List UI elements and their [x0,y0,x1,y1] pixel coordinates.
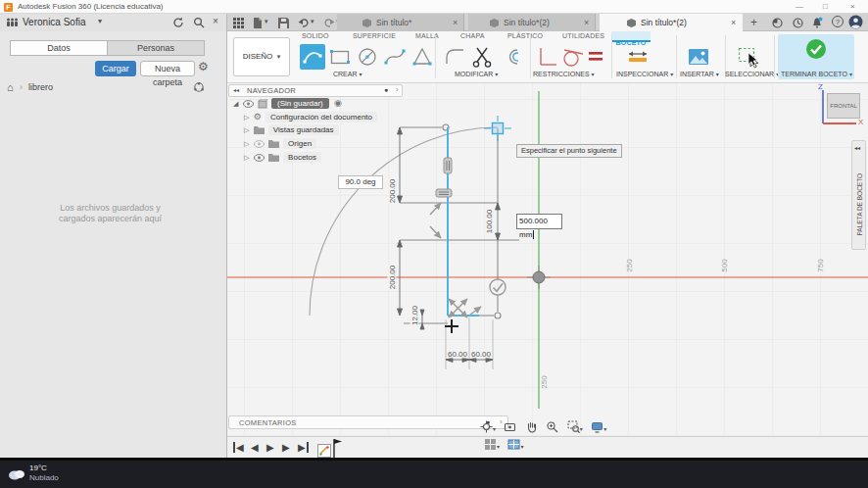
navigator-header[interactable]: ◂◂ NAVEGADOR ● › [228,84,403,97]
section-seleccionar[interactable]: SELECCIONAR ▾ [725,71,779,77]
item-label[interactable]: Vistas guardadas [268,124,339,135]
user-menu[interactable]: Veronica Sofia [23,17,86,27]
navigator-item-bocetos[interactable]: ▷ Bocetos [244,153,321,166]
clock-icon[interactable] [793,18,803,28]
timeline-skip-start-button[interactable]: ◀ [233,438,244,458]
notifications-bell-icon[interactable] [811,17,823,28]
spline-tool[interactable] [382,44,408,70]
look-at-icon[interactable] [504,420,516,433]
gear-icon[interactable]: ⚙ [198,60,209,73]
doc-tab-label[interactable]: Sin título*(2) [641,14,687,31]
save-icon[interactable] [278,18,289,28]
home-icon[interactable]: ⌂ [7,81,14,93]
new-folder-button[interactable]: Nueva carpeta [140,61,195,76]
weather-condition[interactable]: Nublado [29,473,59,482]
dimension-12[interactable]: 12.00 [410,305,419,326]
panel-options-icon[interactable]: ● [384,86,388,93]
dimension-60-left[interactable]: 60.00 [447,350,468,359]
angle-dimension-label[interactable]: 90.0 deg [338,175,383,189]
doc-tab-3-active[interactable]: Sin título*(2) × [600,14,743,31]
close-panel-icon[interactable]: × [213,16,218,26]
view-cube[interactable]: Z FRONTAL X [813,82,864,127]
doc-tab-2[interactable]: Sin título*(2) × [468,14,596,31]
polygon-tool[interactable] [410,44,435,70]
activate-radio-icon[interactable]: ◉ [334,98,342,108]
undo-caret-icon[interactable]: ▾ [311,18,314,25]
app-grid-icon[interactable] [233,18,244,28]
finish-sketch-button[interactable]: TERMINAR BOCETO ▾ [778,34,854,79]
new-tab-button[interactable]: + [750,14,757,31]
timeline-play-button[interactable]: ▶ [266,438,274,458]
doc-tab-label[interactable]: Sin título* [376,14,411,31]
sketch-palette-collapsed[interactable]: ◂◂ PALETA DE BOCETO [851,140,866,250]
navigator-root-row[interactable]: ◢ (Sin guardar) ◉ [233,98,342,111]
offset-tool[interactable] [498,44,523,70]
ribbon-tab-utilidades[interactable]: UTILIDADES [562,32,604,39]
weather-temp[interactable]: 19°C [29,464,47,472]
circle-tool[interactable] [355,44,380,70]
rectangle-tool[interactable] [327,44,353,70]
comments-bar[interactable]: COMENTARIOS ● › [228,415,508,429]
section-restricciones[interactable]: RESTRICCIONES ▾ [533,71,595,77]
maximize-button[interactable]: □ [823,0,828,14]
ribbon-tab-superficie[interactable]: SUPERFICIE [353,32,396,39]
breadcrumb-item-librero[interactable]: librero [28,82,53,92]
eye-icon[interactable] [243,100,254,108]
chevron-down-icon[interactable]: ▾ [520,444,523,450]
expand-icon[interactable]: ▷ [244,114,249,121]
chevron-down-icon[interactable]: ▾ [497,444,500,450]
eye-icon[interactable] [254,154,265,162]
ribbon-tab-boceto-active[interactable]: BOCETO [611,31,651,42]
search-icon[interactable] [193,17,205,28]
navigator-item-vistas[interactable]: ▷ Vistas guardadas [244,125,339,138]
item-label[interactable]: Bocetos [283,152,321,163]
tab-datos[interactable]: Datos [10,40,108,56]
avatar[interactable] [848,15,863,29]
workspace-selector[interactable]: DISEÑO ▾ [233,37,290,76]
close-window-button[interactable]: × [850,0,855,14]
expand-icon[interactable]: ▷ [244,126,249,133]
help-icon[interactable]: ? [832,16,844,27]
constraint-equal-tool[interactable] [586,44,605,70]
ribbon-tab-plastico[interactable]: PLÁSTICO [507,32,543,39]
refresh-icon[interactable] [172,17,184,28]
weather-icon[interactable] [8,466,25,480]
item-label[interactable]: Configuración del documento [265,112,377,122]
section-inspeccionar[interactable]: INSPECCIONAR ▾ [616,71,673,77]
chevron-down-icon[interactable]: ▾ [493,426,496,432]
collapse-icon[interactable]: ◂◂ [233,86,239,93]
view-cube-front-face[interactable]: FRONTAL [827,93,860,119]
navigator-item-config[interactable]: ▷ ⚙ Configuración del documento [244,112,377,124]
close-tab-icon[interactable]: × [584,14,589,31]
timeline-skip-end-button[interactable]: ▶ [298,438,309,458]
chevron-down-icon[interactable]: ▾ [603,426,606,432]
section-insertar[interactable]: INSERTAR ▾ [680,71,719,77]
constraint-tangent-tool[interactable] [560,44,586,70]
accept-check-icon[interactable] [490,279,506,295]
dimension-200-bottom[interactable]: 200.00 [388,265,397,290]
collapse-icon[interactable]: ◂◂ [854,144,860,151]
line-tool[interactable] [300,44,325,70]
constraint-perpendicular-tool[interactable] [535,44,560,70]
doc-tab-label[interactable]: Sin título*(2) [504,14,550,31]
navigator-item-origen[interactable]: ▷ Origen [244,139,316,152]
minimize-button[interactable]: — [796,0,803,14]
measure-tool[interactable] [625,44,651,70]
tab-personas[interactable]: Personas [107,40,205,56]
ribbon-tab-chapa[interactable]: CHAPA [460,32,485,39]
doc-tab-1[interactable]: Sin título* × [337,14,464,31]
timeline-step-forward-button[interactable]: ▶ [282,438,290,458]
section-crear[interactable]: CREAR ▾ [333,71,362,77]
redo-icon[interactable] [323,18,335,28]
zoom-window-icon[interactable] [567,420,580,433]
grid-settings-icon[interactable] [484,438,497,451]
fillet-tool[interactable] [443,44,468,70]
close-tab-icon[interactable]: × [453,14,458,31]
zoom-icon[interactable] [546,420,558,433]
section-modificar[interactable]: MODIFICAR ▾ [455,71,498,77]
upload-button[interactable]: Cargar [95,61,136,76]
root-document-label[interactable]: (Sin guardar) [271,98,329,109]
sketch-point[interactable] [495,313,501,318]
share-icon[interactable] [193,81,205,93]
display-settings-icon[interactable] [591,420,603,433]
